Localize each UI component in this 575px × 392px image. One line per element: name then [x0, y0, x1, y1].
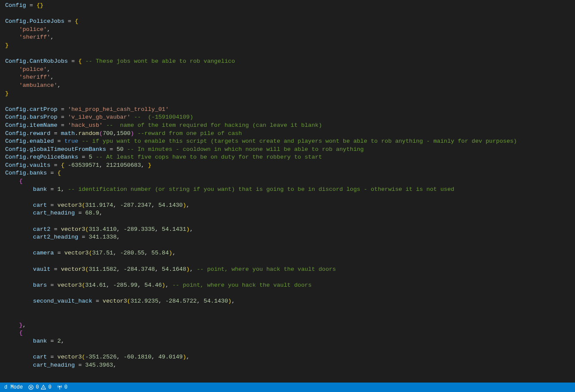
status-problems[interactable]: 0 0	[25, 383, 54, 392]
warning-icon	[40, 384, 46, 390]
error-icon	[28, 384, 34, 390]
svg-point-1	[59, 386, 60, 387]
token-config: Config	[5, 2, 26, 9]
radio-tower-icon	[57, 384, 63, 390]
status-ports[interactable]: 0	[54, 383, 70, 392]
code-editor[interactable]: Config = {} Config.PoliceJobs = { 'polic…	[0, 0, 575, 369]
status-bar: d Mode 0 0 0	[0, 383, 575, 392]
status-mode[interactable]: d Mode	[2, 383, 25, 392]
